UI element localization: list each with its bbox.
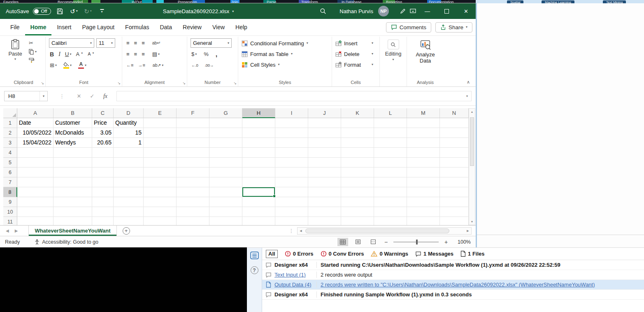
cell-L1[interactable] (374, 118, 407, 128)
cell-I7[interactable] (275, 177, 308, 187)
log-source[interactable]: Output Data (4) (274, 282, 316, 288)
cell-I6[interactable] (275, 168, 308, 177)
cell-N7[interactable] (440, 177, 469, 187)
cell-A5[interactable] (17, 158, 53, 168)
results-counter-0-errors[interactable]: 0 Errors (285, 251, 314, 257)
cell-N11[interactable] (440, 217, 469, 225)
cell-B5[interactable] (53, 158, 92, 168)
dialog-launcher-icon[interactable]: ↘ (41, 81, 44, 85)
save-button[interactable] (55, 6, 65, 16)
user-name[interactable]: Nathan Purvis (339, 8, 373, 14)
cell-E8[interactable] (144, 187, 177, 197)
format-as-table-button[interactable]: Format as Table ▾ (242, 49, 293, 59)
cell-A4[interactable] (17, 148, 53, 158)
cell-G10[interactable] (209, 207, 242, 217)
row-header-3[interactable]: 3 (3, 138, 17, 148)
zoom-level[interactable]: 100% (453, 239, 471, 245)
align-right-button[interactable]: ≡ (141, 51, 146, 57)
undo-button[interactable]: ↺ ▾ (69, 6, 79, 16)
cell-K8[interactable] (341, 187, 374, 197)
insert-cells-button[interactable]: Insert ▾ (335, 38, 373, 49)
cell-D2[interactable]: 15 (114, 128, 144, 138)
cell-N6[interactable] (440, 168, 469, 177)
cell-L3[interactable] (374, 138, 407, 148)
cell-I1[interactable] (275, 118, 308, 128)
column-header-N[interactable]: N (440, 108, 469, 118)
cell-N1[interactable] (440, 118, 469, 128)
cell-E6[interactable] (144, 168, 177, 177)
cell-I11[interactable] (275, 217, 308, 225)
cell-A11[interactable] (17, 217, 53, 225)
row-header-7[interactable]: 7 (3, 177, 17, 187)
column-header-I[interactable]: I (275, 108, 308, 118)
cell-H1[interactable] (242, 118, 275, 128)
cell-D9[interactable] (114, 197, 144, 207)
cell-A1[interactable]: Date (17, 118, 53, 128)
tool-category-spatial[interactable]: Spatial (507, 0, 523, 3)
results-counter-0-conv-errors[interactable]: 0 Conv Errors (321, 251, 364, 257)
horizontal-scrollbar[interactable]: ◀ ▶ (297, 227, 472, 235)
cell-H3[interactable] (242, 138, 275, 148)
tool-category-in-out[interactable]: In/Out (132, 0, 142, 3)
tool-category-machine-learning[interactable]: Machine Learning (542, 0, 574, 3)
redo-button[interactable]: ↻ ▾ (83, 6, 93, 16)
cell-N10[interactable] (440, 207, 469, 217)
cell-B7[interactable] (53, 177, 92, 187)
cell-H7[interactable] (242, 177, 275, 187)
zoom-out-button[interactable]: − (383, 239, 389, 245)
log-message[interactable]: 2 records were written to "C:\Users\Nath… (316, 282, 644, 288)
cell-H2[interactable] (242, 128, 275, 138)
cell-E4[interactable] (144, 148, 177, 158)
cell-N8[interactable] (440, 187, 469, 197)
cell-H6[interactable] (242, 168, 275, 177)
row-header-9[interactable]: 9 (3, 197, 17, 207)
cell-L5[interactable] (374, 158, 407, 168)
cell-N4[interactable] (440, 148, 469, 158)
italic-button[interactable]: I (58, 51, 61, 57)
ribbon-tab-page-layout[interactable]: Page Layout (77, 19, 120, 35)
cell-F10[interactable] (177, 207, 209, 217)
cell-M10[interactable] (407, 207, 440, 217)
cell-D7[interactable] (114, 177, 144, 187)
chevron-down-icon[interactable]: ▾ (40, 91, 47, 101)
cell-D11[interactable] (114, 217, 144, 225)
dialog-launcher-icon[interactable]: ↘ (233, 81, 237, 85)
cell-C10[interactable] (92, 207, 114, 217)
cell-C9[interactable] (92, 197, 114, 207)
scroll-down-icon[interactable]: ▼ (471, 219, 474, 225)
cell-F11[interactable] (177, 217, 209, 225)
ribbon-tab-help[interactable]: Help (230, 19, 253, 35)
cell-I4[interactable] (275, 148, 308, 158)
cell-I8[interactable] (275, 187, 308, 197)
cell-G8[interactable] (209, 187, 242, 197)
horizontal-scroll-thumb[interactable] (305, 228, 449, 233)
cell-E3[interactable] (144, 138, 177, 148)
cell-J4[interactable] (308, 148, 341, 158)
increase-decimal-button[interactable]: ←.0 (191, 63, 199, 68)
dialog-launcher-icon[interactable]: ↘ (182, 81, 186, 85)
select-all-corner[interactable] (3, 108, 17, 118)
cell-K2[interactable] (341, 128, 374, 138)
delete-cells-button[interactable]: Delete ▾ (335, 49, 373, 59)
cell-C8[interactable] (92, 187, 114, 197)
customize-quick-access-button[interactable]: ▾ (97, 6, 107, 16)
insert-function-icon[interactable]: fx (101, 93, 110, 100)
cell-M11[interactable] (407, 217, 440, 225)
cell-A3[interactable]: 15/04/2022 (17, 138, 53, 148)
fill-color-button[interactable]: ▾ (63, 62, 72, 69)
cell-I9[interactable] (275, 197, 308, 207)
cell-M9[interactable] (407, 197, 440, 207)
column-header-E[interactable]: E (144, 108, 177, 118)
cell-M8[interactable] (407, 187, 440, 197)
horizontal-scroll-track[interactable] (304, 228, 465, 234)
cell-B6[interactable] (53, 168, 92, 177)
column-header-M[interactable]: M (407, 108, 440, 118)
cell-G9[interactable] (209, 197, 242, 207)
cell-L7[interactable] (374, 177, 407, 187)
cut-button[interactable]: ✂ (29, 40, 37, 46)
column-header-K[interactable]: K (341, 108, 374, 118)
log-row[interactable]: Designer x64Started running C:\Users\Nat… (262, 260, 644, 270)
cell-H5[interactable] (242, 158, 275, 168)
autosave-toggle[interactable]: Off (33, 8, 51, 15)
log-source[interactable]: Text Input (1) (274, 272, 316, 278)
